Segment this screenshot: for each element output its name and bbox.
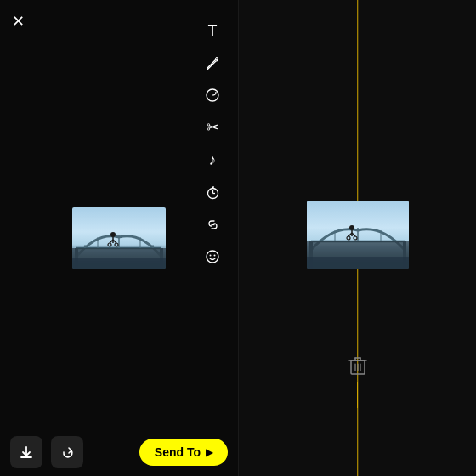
emoji-tool[interactable] [202,246,223,267]
draw-tool[interactable] [202,53,223,73]
share-button[interactable] [51,436,83,468]
send-arrow-icon: ▶ [206,447,212,458]
save-button[interactable] [10,436,42,468]
snap-image-right [307,201,409,269]
music-tool[interactable]: ♪ [202,150,223,170]
scissors-tool[interactable]: ✂ [202,117,223,138]
snap-preview-left [72,207,166,269]
delete-section [348,355,367,408]
svg-point-25 [115,243,118,246]
svg-rect-41 [307,257,409,269]
bottom-bar: Send To ▶ [0,428,238,476]
svg-point-39 [347,236,350,240]
sticker-tool[interactable] [202,85,223,105]
svg-point-40 [354,236,357,240]
left-editor-panel: ✕ T ✂ ♪ [0,0,238,476]
right-timeline-panel [238,0,476,476]
editor-toolbar: T ✂ ♪ [202,20,223,267]
text-tool[interactable]: T [202,20,223,41]
svg-point-10 [214,255,216,257]
close-button[interactable]: ✕ [12,12,25,31]
trash-icon[interactable] [348,355,367,380]
svg-rect-26 [72,258,166,269]
svg-point-20 [110,232,116,237]
timer-tool[interactable] [202,182,223,202]
timeline-snap-preview[interactable] [307,201,409,269]
svg-point-8 [207,251,218,263]
send-to-label: Send To [155,445,201,459]
send-to-button[interactable]: Send To ▶ [139,439,228,466]
svg-point-9 [210,255,212,257]
timeline-connector-line [357,382,359,408]
svg-point-24 [108,243,111,246]
link-tool[interactable] [202,214,223,235]
svg-point-35 [349,225,354,230]
